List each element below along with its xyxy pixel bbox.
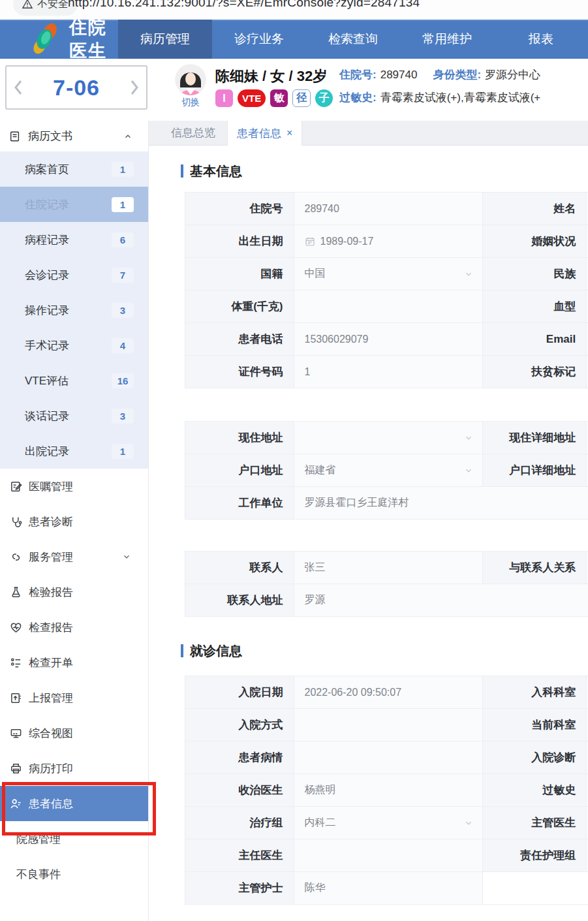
patient-status-badge: 敏 [270, 89, 288, 107]
sidebar-item[interactable]: 检查开单 [0, 645, 148, 680]
chevron-down-icon[interactable] [122, 552, 131, 561]
sidebar-group-documents[interactable]: 病历文书 [0, 121, 148, 151]
sidebar-doc-label: 出院记录 [25, 444, 69, 459]
field-value[interactable]: 陈华 [294, 872, 483, 904]
chevron-up-icon[interactable] [123, 132, 132, 141]
close-icon[interactable]: × [286, 127, 292, 139]
sidebar-item[interactable]: 医嘱管理 [0, 469, 148, 504]
field-value-text: 中国 [305, 267, 326, 281]
info-field-value: 罗源分中心 [485, 67, 540, 84]
field-value[interactable]: 罗源县霍口乡王庭洋村 [294, 487, 588, 519]
chevron-left-icon[interactable] [13, 79, 23, 96]
field-value[interactable] [294, 709, 483, 741]
sidebar-item[interactable]: 上报管理 [0, 680, 148, 715]
sidebar-doc-label: 谈话记录 [25, 409, 69, 424]
field-value[interactable]: 中国 [294, 258, 483, 290]
field-label: 过敏史 [483, 774, 587, 806]
sidebar-item[interactable]: 综合视图 [0, 715, 148, 751]
field-value[interactable]: 内科二 [294, 807, 483, 839]
patient-info-line2: 过敏史: 青霉素皮试液(+),青霉素皮试液(+ [339, 89, 588, 106]
switch-patient-button[interactable]: 切换 [175, 97, 206, 108]
patient-name: 陈细妹 / 女 / 32岁 [215, 67, 327, 86]
sidebar-doc-label: 病案首页 [25, 162, 69, 177]
security-label: 不安全 [37, 0, 69, 11]
heart-pulse-icon [9, 621, 22, 634]
sidebar-item[interactable]: 检验报告 [0, 574, 148, 610]
sidebar-doc-item[interactable]: 出院记录1 [0, 433, 148, 469]
field-label: 证件号码 [185, 356, 294, 388]
date-navigator[interactable]: 7-06 [5, 65, 147, 110]
field-value[interactable]: 1 [294, 356, 483, 388]
sidebar-item-label: 患者信息 [29, 796, 73, 811]
table-row: 现住地址现住详细地址 [185, 422, 588, 454]
sidebar-item[interactable]: 病历打印 [0, 751, 148, 786]
tab-active[interactable]: 患者信息× [227, 121, 302, 146]
chevron-down-icon[interactable] [464, 270, 473, 279]
sidebar-doc-item[interactable]: 操作记录3 [0, 292, 148, 328]
field-label: 主管医生 [483, 807, 587, 839]
nav-item[interactable]: 报表 [494, 20, 588, 59]
chevron-down-icon[interactable] [464, 819, 473, 828]
nav-item[interactable]: 常用维护 [400, 20, 494, 59]
title-accent-bar [181, 164, 183, 178]
info-field-value: 289740 [380, 67, 418, 84]
sidebar-item[interactable]: 院感管理 [0, 821, 148, 856]
sidebar-doc-item[interactable]: 谈话记录3 [0, 398, 148, 433]
url-text[interactable]: http://10.16.241.132:9001/?s=XE#/EmrCons… [68, 0, 420, 10]
count-badge: 3 [112, 303, 134, 318]
field-value[interactable]: 杨燕明 [294, 774, 483, 806]
sidebar-item[interactable]: 检查报告 [0, 610, 148, 645]
field-value[interactable] [294, 422, 483, 454]
sidebar-item-label: 上报管理 [29, 691, 73, 706]
field-value[interactable] [294, 839, 483, 871]
field-label: 出生日期 [185, 225, 294, 257]
warning-icon [22, 0, 33, 9]
sidebar-item[interactable]: 患者信息 [0, 786, 148, 821]
sidebar-doc-item[interactable]: VTE评估16 [0, 363, 148, 398]
sidebar-doc-item[interactable]: 手术记录4 [0, 328, 148, 363]
sidebar-item[interactable]: 不良事件 [0, 856, 148, 892]
field-value[interactable]: 289740 [294, 193, 483, 225]
field-label: 联系人地址 [185, 584, 294, 616]
field-label: 入科科室 [483, 676, 587, 708]
section-title-visit: 就诊信息 [181, 642, 588, 660]
nav-item[interactable]: 检索查询 [306, 20, 400, 59]
field-value[interactable]: 罗源 [294, 584, 588, 616]
field-label: 现住地址 [185, 422, 294, 454]
sidebar-doc-item[interactable]: 病程记录6 [0, 222, 148, 257]
app-title: 住院医生 [61, 20, 110, 59]
chevron-down-icon[interactable] [464, 466, 473, 475]
nav-item[interactable]: 病历管理 [118, 20, 212, 59]
sidebar-item-label: 服务管理 [29, 550, 73, 565]
patient-badges: IVTE敏径子 [215, 89, 337, 107]
field-label: 国籍 [185, 258, 294, 290]
field-value[interactable] [294, 741, 483, 773]
monitor-icon [9, 726, 22, 740]
date-value[interactable]: 7-06 [53, 75, 100, 101]
chevron-down-icon[interactable] [464, 433, 473, 443]
contact-info-table: 联系人张三与联系人关系联系人地址罗源 [185, 551, 588, 617]
sidebar-doc-item[interactable]: 住院记录1 [0, 187, 148, 222]
table-row: 体重(千克)血型 [185, 290, 588, 323]
nav-item[interactable]: 诊疗业务 [212, 20, 306, 59]
table-row: 入院日期2022-06-20 09:50:07入科科室 [185, 676, 588, 709]
tab-item[interactable]: 信息总览 [159, 121, 227, 145]
sidebar-doc-item[interactable]: 病案首页1 [0, 151, 148, 187]
chevron-right-icon[interactable] [129, 79, 140, 96]
field-value[interactable]: 15306029079 [294, 323, 483, 355]
sidebar-item-label: 检验报告 [29, 585, 73, 600]
field-value[interactable] [294, 290, 483, 322]
sidebar-item[interactable]: 患者诊断 [0, 504, 148, 539]
sidebar-doc-item[interactable]: 会诊记录7 [0, 257, 148, 292]
field-value-text: 张三 [305, 561, 326, 574]
info-field-label: 住院号: [339, 67, 377, 84]
field-value-text: 陈华 [305, 881, 326, 895]
field-value[interactable]: 福建省 [294, 454, 483, 486]
field-value[interactable]: 2022-06-20 09:50:07 [294, 676, 483, 708]
patient-avatar[interactable] [175, 64, 206, 95]
field-value[interactable]: 张三 [294, 552, 483, 584]
checklist-icon [9, 656, 22, 669]
sidebar-item[interactable]: 服务管理 [0, 539, 148, 574]
field-value[interactable]: 1989-09-17 [294, 225, 483, 257]
main-area: 信息总览患者信息× 基本信息 住院号289740姓名出生日期1989-09-17… [149, 121, 588, 921]
